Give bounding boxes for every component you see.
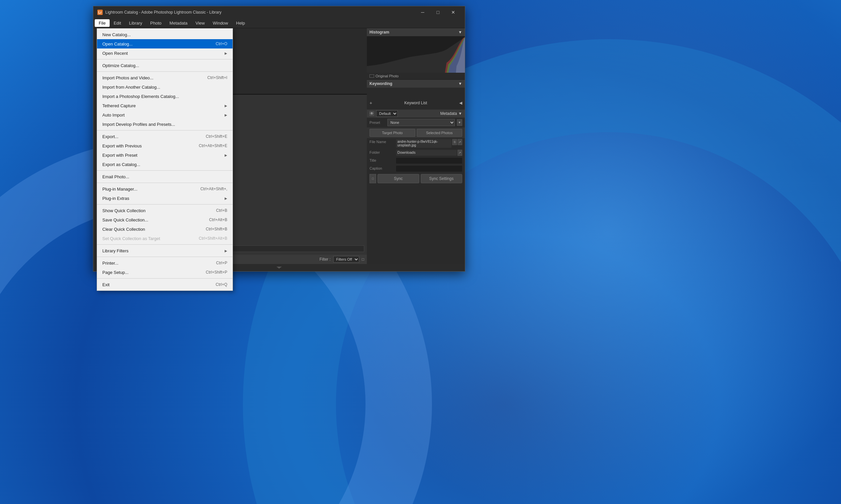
histogram-arrow: ▼ <box>458 30 462 35</box>
keyword-list-arrow: ◀ <box>459 101 462 105</box>
menu-library-filters[interactable]: Library Filters ▶ <box>97 246 233 255</box>
filter-select[interactable]: Filters Off <box>333 256 359 263</box>
keyword-add-btn[interactable]: + <box>369 100 372 106</box>
menu-photo[interactable]: Photo <box>146 19 165 27</box>
printer-shortcut: Ctrl+P <box>216 260 227 265</box>
menu-plugin-extras[interactable]: Plug-in Extras ▶ <box>97 194 233 203</box>
menu-clear-quick[interactable]: Clear Quick Collection Ctrl+Shift+B <box>97 224 233 234</box>
original-photo-label: Original Photo <box>375 74 399 78</box>
menu-export-preset[interactable]: Export with Preset ▶ <box>97 150 233 160</box>
menu-optimize[interactable]: Optimize Catalog... <box>97 61 233 70</box>
menu-auto-import[interactable]: Auto Import ▶ <box>97 110 233 120</box>
import-photos-shortcut: Ctrl+Shift+I <box>207 75 227 80</box>
menu-page-setup[interactable]: Page Setup... Ctrl+Shift+P <box>97 268 233 277</box>
library-filters-arrow: ▶ <box>225 249 227 253</box>
preset-select[interactable]: None <box>387 119 455 126</box>
filter-icon: □ <box>362 257 364 262</box>
dropdown-section-10: Exit Ctrl+Q <box>97 278 233 290</box>
export-catalog-label: Export as Catalog... <box>102 162 140 167</box>
plugin-extras-label: Plug-in Extras <box>102 196 129 201</box>
sync-settings-btn[interactable]: Sync Settings <box>421 174 462 183</box>
menu-import-photos[interactable]: Import Photos and Video... Ctrl+Shift+I <box>97 73 233 82</box>
export-label: Export... <box>102 134 118 139</box>
menu-file[interactable]: File <box>95 19 110 27</box>
folder-goto-btn[interactable]: ↗ <box>458 150 462 156</box>
dropdown-section-1: New Catalog... Open Catalog... Ctrl+O Op… <box>97 29 233 59</box>
show-quick-label: Show Quick Collection <box>102 208 145 213</box>
metadata-preset-dropdown[interactable]: Default <box>376 110 398 117</box>
title-bar: Lr Lightroom Catalog - Adobe Photoshop L… <box>93 6 465 18</box>
printer-label: Printer... <box>102 260 118 266</box>
menu-metadata[interactable]: Metadata <box>165 19 191 27</box>
menu-export[interactable]: Export... Ctrl+Shift+E <box>97 132 233 141</box>
menu-help[interactable]: Help <box>232 19 249 27</box>
menu-email-photo[interactable]: Email Photo... <box>97 172 233 181</box>
minimize-button[interactable]: ─ <box>415 6 430 18</box>
selected-photos-btn[interactable]: Selected Photos <box>417 129 462 137</box>
dropdown-section-8: Library Filters ▶ <box>97 245 233 257</box>
sync-btn[interactable]: Sync <box>378 174 419 183</box>
export-previous-label: Export with Previous <box>102 143 142 148</box>
menu-library[interactable]: Library <box>125 19 146 27</box>
menu-window[interactable]: Window <box>209 19 232 27</box>
folder-row: Folder Downloads ↗ <box>367 149 465 157</box>
eye-icon: 👁 <box>369 111 374 116</box>
menu-save-quick[interactable]: Save Quick Collection... Ctrl+Alt+B <box>97 215 233 224</box>
title-label: Title <box>369 158 396 162</box>
menu-plugin-manager[interactable]: Plug-in Manager... Ctrl+Alt+Shift+, <box>97 184 233 194</box>
filename-copy-btn[interactable]: ⎘ <box>452 139 457 145</box>
preset-btn[interactable]: ▼ <box>457 119 462 126</box>
menu-printer[interactable]: Printer... Ctrl+P <box>97 258 233 268</box>
menu-view[interactable]: View <box>191 19 209 27</box>
clear-quick-label: Clear Quick Collection <box>102 227 145 232</box>
histogram-section: Histogram ▼ <box>367 28 465 80</box>
menu-set-quick-target: Set Quick Collection as Target Ctrl+Shif… <box>97 234 233 243</box>
menu-tethered-capture[interactable]: Tethered Capture ▶ <box>97 101 233 110</box>
library-filters-label: Library Filters <box>102 248 128 253</box>
menu-show-quick[interactable]: Show Quick Collection Ctrl+B <box>97 206 233 215</box>
keywording-arrow: ▼ <box>458 82 462 86</box>
menu-new-catalog[interactable]: New Catalog... <box>97 30 233 39</box>
filename-goto-btn[interactable]: ↗ <box>458 139 462 145</box>
menu-import-elements[interactable]: Import a Photoshop Elements Catalog... <box>97 92 233 101</box>
dropdown-section-2: Optimize Catalog... <box>97 59 233 72</box>
menu-edit[interactable]: Edit <box>110 19 125 27</box>
clear-quick-shortcut: Ctrl+Shift+B <box>206 227 227 231</box>
dropdown-section-6: Plug-in Manager... Ctrl+Alt+Shift+, Plug… <box>97 183 233 204</box>
menu-export-catalog[interactable]: Export as Catalog... <box>97 160 233 169</box>
open-catalog-shortcut: Ctrl+O <box>216 41 227 46</box>
title-row: Title <box>367 157 465 165</box>
menu-import-catalog[interactable]: Import from Another Catalog... <box>97 82 233 92</box>
metadata-arrow: ▼ <box>458 111 462 116</box>
page-setup-label: Page Setup... <box>102 270 128 275</box>
save-quick-label: Save Quick Collection... <box>102 217 148 222</box>
lightroom-window: Lr Lightroom Catalog - Adobe Photoshop L… <box>93 6 465 272</box>
close-button[interactable]: ✕ <box>445 6 461 18</box>
menu-bar: File Edit Library Photo Metadata View Wi… <box>93 18 465 28</box>
set-quick-target-label: Set Quick Collection as Target <box>102 236 160 241</box>
histogram-chart <box>367 36 465 73</box>
menu-export-previous[interactable]: Export with Previous Ctrl+Alt+Shift+E <box>97 141 233 150</box>
menu-import-profiles[interactable]: Import Develop Profiles and Presets... <box>97 120 233 129</box>
open-recent-arrow: ▶ <box>225 52 227 55</box>
preset-row: Preset None ▼ <box>367 118 465 127</box>
bottom-triangle[interactable] <box>277 267 282 269</box>
menu-open-recent[interactable]: Open Recent ▶ <box>97 49 233 58</box>
menu-open-catalog[interactable]: Open Catalog... Ctrl+O <box>97 39 233 49</box>
caption-value[interactable] <box>396 166 462 172</box>
menu-exit[interactable]: Exit Ctrl+Q <box>97 280 233 289</box>
filename-value[interactable]: andre-hunter-p-l9wV811qk-unsplash.jpg <box>396 139 452 148</box>
sync-lock-btn[interactable]: □ <box>369 174 376 183</box>
window-title: Lightroom Catalog - Adobe Photoshop Ligh… <box>105 10 415 15</box>
import-elements-label: Import a Photoshop Elements Catalog... <box>102 94 179 99</box>
email-photo-label: Email Photo... <box>102 174 129 179</box>
import-photos-label: Import Photos and Video... <box>102 75 154 80</box>
caption-row: Caption <box>367 165 465 173</box>
dropdown-section-9: Printer... Ctrl+P Page Setup... Ctrl+Shi… <box>97 257 233 278</box>
title-value[interactable] <box>396 158 462 164</box>
folder-value[interactable]: Downloads <box>396 150 457 156</box>
target-photo-btn[interactable]: Target Photo <box>369 129 415 137</box>
dropdown-section-4: Export... Ctrl+Shift+E Export with Previ… <box>97 130 233 170</box>
keywording-section: Keywording ▼ <box>367 80 465 96</box>
maximize-button[interactable]: □ <box>430 6 445 18</box>
